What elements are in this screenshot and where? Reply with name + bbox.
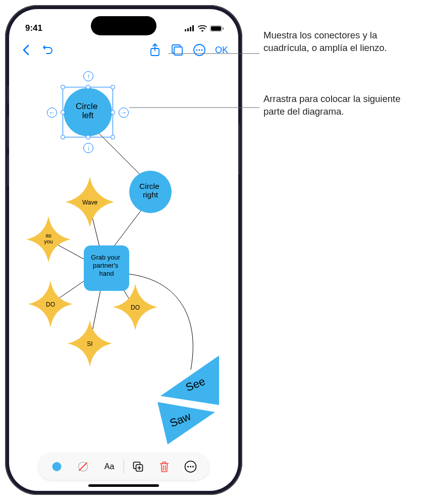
shape-toolbar: Aa: [39, 453, 209, 480]
more-button[interactable]: [190, 40, 209, 60]
dynamic-island: [91, 16, 156, 35]
svg-text:DO: DO: [131, 304, 140, 311]
wifi-icon: [198, 25, 207, 32]
top-toolbar: OK: [9, 38, 238, 62]
shape-triangle-see[interactable]: See: [161, 356, 219, 405]
svg-line-33: [79, 463, 87, 471]
shape-more-button[interactable]: [179, 457, 203, 477]
drag-handle-right[interactable]: →: [119, 108, 129, 118]
shape-star-wave[interactable]: Wave: [66, 177, 114, 227]
shape-star-do1[interactable]: DO: [28, 281, 73, 327]
selection-box[interactable]: ↑ ↓ ← →: [63, 87, 113, 137]
svg-rect-6: [223, 27, 224, 30]
svg-point-11: [196, 49, 197, 51]
shape-triangle-saw[interactable]: Saw: [157, 402, 215, 444]
drag-handle-up[interactable]: ↑: [83, 71, 93, 81]
drag-handle-down[interactable]: ↓: [83, 143, 93, 153]
status-icons: [185, 25, 224, 32]
status-time: 9:41: [25, 23, 42, 33]
shape-star-si[interactable]: SI: [68, 320, 112, 367]
svg-rect-0: [185, 29, 186, 31]
delete-button[interactable]: [152, 457, 177, 477]
svg-rect-5: [211, 26, 221, 31]
svg-rect-2: [190, 27, 191, 31]
undo-button[interactable]: [38, 40, 58, 60]
home-indicator[interactable]: [88, 484, 159, 487]
text-style-button[interactable]: Aa: [97, 457, 122, 477]
back-button[interactable]: [16, 40, 35, 60]
canvas-options-button[interactable]: [168, 40, 187, 60]
battery-icon: [210, 25, 224, 32]
drag-handle-left[interactable]: ←: [47, 108, 57, 118]
no-stroke-button[interactable]: [71, 457, 95, 477]
svg-point-40: [190, 466, 191, 468]
svg-point-13: [201, 49, 202, 51]
svg-text:DO: DO: [46, 301, 55, 308]
svg-point-31: [52, 462, 62, 471]
svg-text:Wave: Wave: [82, 199, 98, 206]
done-button[interactable]: OK: [212, 45, 231, 56]
callout-drag-handle: Arrastra para colocar la siguiente parte…: [263, 93, 415, 118]
svg-point-12: [198, 49, 200, 51]
diagram-canvas[interactable]: Circle left Circle right Wave asyou: [9, 62, 238, 450]
callout-canvas-options: Muestra los conectores y la cuadrícula, …: [263, 29, 415, 55]
svg-rect-9: [174, 47, 182, 55]
svg-point-39: [187, 466, 189, 468]
svg-rect-1: [187, 28, 189, 31]
duplicate-button[interactable]: [126, 457, 150, 477]
shape-star-asyou[interactable]: asyou: [26, 216, 71, 263]
fill-color-button[interactable]: [45, 457, 69, 477]
svg-point-41: [192, 466, 194, 468]
svg-text:SI: SI: [87, 340, 92, 347]
svg-rect-3: [192, 25, 194, 31]
share-button[interactable]: [145, 40, 165, 60]
